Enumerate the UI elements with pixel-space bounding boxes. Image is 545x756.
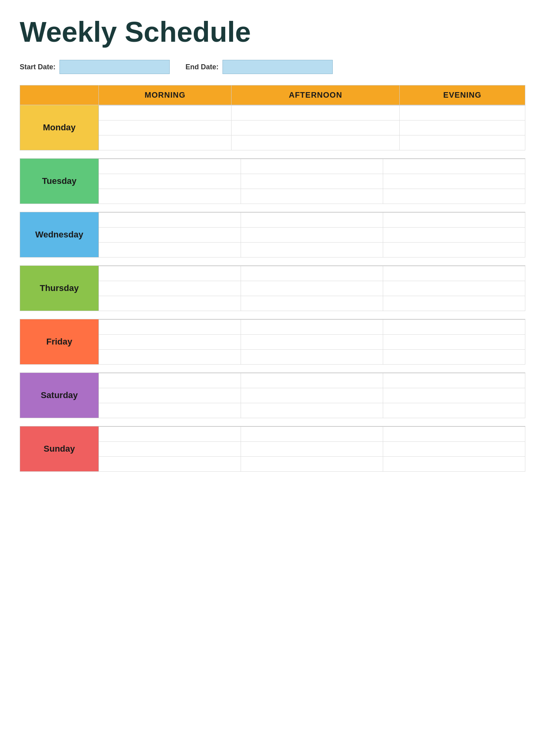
monday-morning-3[interactable] [99, 120, 232, 135]
wednesday-morning-2[interactable] [99, 213, 241, 228]
start-date-group: Start Date: [20, 60, 170, 74]
monday-afternoon-3[interactable] [232, 120, 400, 135]
sunday-afternoon-2[interactable] [241, 427, 383, 442]
friday-morning-2[interactable] [99, 320, 241, 335]
saturday-afternoon-2[interactable] [241, 373, 383, 388]
sunday-afternoon-4[interactable] [241, 457, 383, 472]
saturday-table: Saturday [20, 372, 525, 418]
thursday-afternoon-4[interactable] [241, 296, 383, 311]
tuesday-afternoon-4[interactable] [241, 189, 383, 204]
wednesday-evening-3[interactable] [383, 228, 525, 243]
wednesday-afternoon-4[interactable] [241, 243, 383, 258]
monday-evening-3[interactable] [400, 120, 525, 135]
saturday-label: Saturday [20, 373, 99, 418]
sunday-evening-3[interactable] [383, 442, 525, 457]
monday-evening-4[interactable] [400, 135, 525, 150]
thursday-table: Thursday [20, 265, 525, 311]
friday-afternoon-2[interactable] [241, 320, 383, 335]
wednesday-table: Wednesday [20, 212, 525, 258]
wednesday-label: Wednesday [20, 212, 99, 258]
thursday-morning-3[interactable] [99, 281, 241, 296]
saturday-evening-4[interactable] [383, 403, 525, 418]
wednesday-afternoon-3[interactable] [241, 228, 383, 243]
wednesday-afternoon-2[interactable] [241, 213, 383, 228]
saturday-afternoon-4[interactable] [241, 403, 383, 418]
wednesday-morning-3[interactable] [99, 228, 241, 243]
thursday-evening-3[interactable] [383, 281, 525, 296]
tuesday-morning-2[interactable] [99, 159, 241, 174]
start-date-input[interactable] [59, 60, 170, 74]
friday-evening-4[interactable] [383, 350, 525, 365]
sunday-label: Sunday [20, 426, 99, 472]
friday-afternoon-3[interactable] [241, 335, 383, 350]
sunday-morning-2[interactable] [99, 427, 241, 442]
page-title: Weekly Schedule [20, 16, 525, 48]
friday-evening-2[interactable] [383, 320, 525, 335]
monday-afternoon-2[interactable] [232, 106, 400, 120]
monday-label: Monday [20, 105, 99, 150]
date-row: Start Date: End Date: [20, 60, 525, 74]
saturday-morning-3[interactable] [99, 388, 241, 403]
header-row: MORNING AFTERNOON EVENING [20, 85, 525, 105]
monday-evening-2[interactable] [400, 106, 525, 120]
start-date-label: Start Date: [20, 63, 56, 71]
tuesday-table: Tuesday [20, 158, 525, 204]
header-day-col [20, 85, 99, 105]
thursday-evening-4[interactable] [383, 296, 525, 311]
tuesday-evening-2[interactable] [383, 159, 525, 174]
sunday-morning-3[interactable] [99, 442, 241, 457]
saturday-evening-3[interactable] [383, 388, 525, 403]
thursday-evening-2[interactable] [383, 266, 525, 281]
end-date-input[interactable] [222, 60, 333, 74]
wednesday-morning-4[interactable] [99, 243, 241, 258]
header-evening: EVENING [400, 85, 525, 105]
schedule-container: MORNING AFTERNOON EVENING Monday [20, 85, 525, 472]
tuesday-morning-4[interactable] [99, 189, 241, 204]
tuesday-evening-3[interactable] [383, 174, 525, 189]
saturday-evening-2[interactable] [383, 373, 525, 388]
tuesday-label: Tuesday [20, 159, 99, 204]
friday-afternoon-4[interactable] [241, 350, 383, 365]
end-date-group: End Date: [185, 60, 333, 74]
monday-afternoon-4[interactable] [232, 135, 400, 150]
thursday-label: Thursday [20, 266, 99, 311]
thursday-afternoon-2[interactable] [241, 266, 383, 281]
sunday-evening-4[interactable] [383, 457, 525, 472]
sunday-morning-4[interactable] [99, 457, 241, 472]
friday-morning-3[interactable] [99, 335, 241, 350]
tuesday-morning-3[interactable] [99, 174, 241, 189]
saturday-afternoon-3[interactable] [241, 388, 383, 403]
tuesday-evening-4[interactable] [383, 189, 525, 204]
wednesday-evening-4[interactable] [383, 243, 525, 258]
saturday-morning-2[interactable] [99, 373, 241, 388]
friday-evening-3[interactable] [383, 335, 525, 350]
monday-morning-4[interactable] [99, 135, 232, 150]
friday-morning-4[interactable] [99, 350, 241, 365]
friday-table: Friday [20, 319, 525, 365]
header-afternoon: AFTERNOON [232, 85, 400, 105]
monday-morning-2[interactable] [99, 106, 232, 120]
header-morning: MORNING [99, 85, 232, 105]
sunday-afternoon-3[interactable] [241, 442, 383, 457]
wednesday-evening-2[interactable] [383, 213, 525, 228]
thursday-morning-4[interactable] [99, 296, 241, 311]
friday-label: Friday [20, 319, 99, 365]
tuesday-afternoon-3[interactable] [241, 174, 383, 189]
thursday-morning-2[interactable] [99, 266, 241, 281]
tuesday-afternoon-2[interactable] [241, 159, 383, 174]
sunday-table: Sunday [20, 426, 525, 472]
end-date-label: End Date: [185, 63, 219, 71]
thursday-afternoon-3[interactable] [241, 281, 383, 296]
sunday-evening-2[interactable] [383, 427, 525, 442]
saturday-morning-4[interactable] [99, 403, 241, 418]
monday-table: MORNING AFTERNOON EVENING Monday [20, 85, 525, 150]
